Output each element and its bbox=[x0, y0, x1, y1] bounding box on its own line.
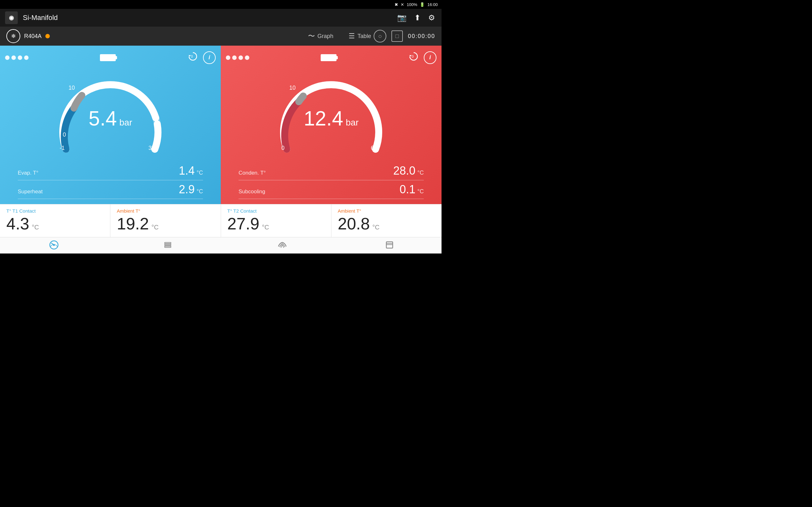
sensor-unit: °C bbox=[151, 224, 158, 231]
evap-unit: °C bbox=[197, 170, 203, 176]
refrigerant-label: R404A bbox=[24, 33, 42, 40]
left-gauge-svg-container: 10 0 -1 35 5.4 bar bbox=[56, 67, 164, 162]
nav-bar: ❄ R404A 〜 Graph ☰ Table ○ □ 00:00:00 bbox=[0, 26, 442, 46]
condense-reading-row: Conden. T° 28.0 °C bbox=[239, 162, 424, 180]
right-refresh-icon[interactable]: 0 bbox=[408, 51, 419, 64]
subcool-label: Subcooling bbox=[239, 188, 265, 195]
condense-unit: °C bbox=[417, 170, 424, 176]
condense-label: Conden. T° bbox=[239, 170, 266, 176]
right-gauge-values: 12.4 bar bbox=[304, 108, 358, 128]
status-bar: ✖ ✕ 100% 🔋 16:00 bbox=[0, 0, 442, 9]
bottom-nav-icon-saves bbox=[385, 240, 395, 252]
svg-text:10: 10 bbox=[289, 84, 296, 91]
bottom-nav-icon-tightness bbox=[277, 240, 287, 252]
right-battery bbox=[321, 54, 337, 61]
sensor-label: T° T2 Contact bbox=[227, 208, 325, 214]
bottom-nav-label-vacuum: Vacuum probe bbox=[154, 253, 181, 254]
sensor-value: 19.2 bbox=[117, 214, 149, 233]
sensor-unit: °C bbox=[32, 224, 39, 231]
left-top-icons: 0 i bbox=[187, 51, 216, 64]
share-button[interactable]: ⬆ bbox=[413, 12, 422, 23]
right-gauge-readings: Conden. T° 28.0 °C Subcooling 0.1 °C bbox=[226, 162, 437, 199]
svg-rect-14 bbox=[165, 242, 171, 244]
sensor-value: 20.8 bbox=[338, 214, 370, 233]
sensor-value-row: 27.9 °C bbox=[227, 214, 325, 233]
sensor-label: Ambient T° bbox=[117, 208, 214, 214]
left-gauge-values: 5.4 bar bbox=[89, 108, 132, 128]
bottom-nav-saves[interactable]: Saves bbox=[384, 240, 395, 254]
svg-text:-1: -1 bbox=[60, 145, 65, 151]
subcool-unit: °C bbox=[417, 188, 424, 195]
nav-left: ❄ R404A bbox=[6, 29, 305, 43]
bottom-nav-manifold[interactable]: Manifold bbox=[46, 240, 62, 254]
right-dots bbox=[226, 55, 249, 60]
right-gauge-panel: 0 i 10 0 60 12.4 bar bbox=[221, 46, 442, 204]
svg-text:60: 60 bbox=[371, 145, 377, 151]
superheat-unit: °C bbox=[197, 188, 203, 195]
right-gauge-top-row: 0 i bbox=[226, 51, 437, 64]
table-icon: ☰ bbox=[349, 32, 355, 40]
left-refresh-icon[interactable]: 0 bbox=[187, 51, 199, 64]
bottom-nav: Manifold Vacuum probe Tightness Saves bbox=[0, 237, 442, 253]
sensor-cell: T° T2 Contact 27.9 °C bbox=[221, 205, 332, 237]
right-gauge-svg-container: 10 0 60 12.4 bar bbox=[277, 67, 385, 162]
svg-text:10: 10 bbox=[68, 84, 75, 91]
subcool-reading-row: Subcooling 0.1 °C bbox=[239, 180, 424, 199]
rdot-1 bbox=[226, 55, 230, 60]
evap-label: Evap. T° bbox=[18, 170, 38, 176]
bottom-nav-tightness[interactable]: Tightness bbox=[273, 240, 291, 254]
right-gauge-unit: bar bbox=[346, 117, 358, 127]
svg-text:0: 0 bbox=[412, 55, 414, 58]
sensor-label: Ambient T° bbox=[338, 208, 435, 214]
sensor-value-row: 4.3 °C bbox=[6, 214, 104, 233]
signal-icon: ✕ bbox=[401, 2, 404, 7]
sensor-value: 4.3 bbox=[6, 214, 29, 233]
superheat-reading-row: Superheat 2.9 °C bbox=[18, 180, 203, 199]
nav-right: ○ □ 00:00:00 bbox=[374, 30, 435, 43]
battery-icon: 🔋 bbox=[420, 2, 425, 7]
superheat-value: 2.9 bbox=[179, 183, 195, 196]
right-top-icons: 0 i bbox=[408, 51, 437, 64]
svg-text:35: 35 bbox=[148, 145, 155, 151]
app-logo: ◉ bbox=[5, 11, 18, 24]
dot-4 bbox=[24, 55, 29, 60]
app-bar: ◉ Si-Manifold 📷 ⬆ ⚙ bbox=[0, 9, 442, 26]
settings-button[interactable]: ⚙ bbox=[427, 12, 437, 23]
table-label: Table bbox=[357, 33, 371, 40]
left-gauge-top-row: 0 i bbox=[5, 51, 216, 64]
svg-rect-18 bbox=[386, 243, 393, 244]
rdot-3 bbox=[239, 55, 243, 60]
logo-text: ◉ bbox=[9, 14, 14, 21]
svg-text:0: 0 bbox=[281, 145, 285, 151]
graph-tab[interactable]: 〜 Graph bbox=[305, 30, 336, 42]
sensor-value: 27.9 bbox=[227, 214, 259, 233]
record-button[interactable]: ○ bbox=[374, 30, 386, 43]
nav-center: 〜 Graph ☰ Table bbox=[305, 30, 374, 42]
sensor-unit: °C bbox=[372, 224, 379, 231]
refrigerant-icon[interactable]: ❄ bbox=[6, 29, 20, 43]
graph-label: Graph bbox=[317, 33, 334, 40]
svg-text:0: 0 bbox=[63, 131, 66, 138]
timer: 00:00:00 bbox=[408, 33, 435, 40]
rdot-4 bbox=[245, 55, 249, 60]
sensor-cell: T° T1 Contact 4.3 °C bbox=[0, 205, 110, 237]
bottom-nav-label-tightness: Tightness bbox=[273, 253, 291, 254]
sensor-cell: Ambient T° 19.2 °C bbox=[110, 205, 221, 237]
left-info-button[interactable]: i bbox=[203, 51, 216, 64]
graph-icon: 〜 bbox=[308, 32, 315, 41]
svg-rect-19 bbox=[386, 244, 393, 245]
sensor-readings: T° T1 Contact 4.3 °C Ambient T° 19.2 °C … bbox=[0, 204, 442, 237]
sensor-value-row: 19.2 °C bbox=[117, 214, 214, 233]
snapshot-button[interactable]: □ bbox=[392, 31, 403, 42]
bottom-nav-vacuum-probe[interactable]: Vacuum probe bbox=[154, 240, 181, 254]
evap-value: 1.4 bbox=[179, 164, 195, 177]
right-gauge-main-value: 12.4 bbox=[304, 108, 343, 128]
bottom-nav-label-saves: Saves bbox=[384, 253, 395, 254]
svg-marker-6 bbox=[409, 55, 412, 56]
table-tab[interactable]: ☰ Table bbox=[346, 31, 374, 42]
bottom-nav-label-gauge: Manifold bbox=[46, 253, 62, 254]
dot-2 bbox=[11, 55, 16, 60]
right-info-button[interactable]: i bbox=[424, 51, 437, 64]
camera-button[interactable]: 📷 bbox=[396, 12, 408, 23]
left-battery bbox=[100, 54, 116, 61]
